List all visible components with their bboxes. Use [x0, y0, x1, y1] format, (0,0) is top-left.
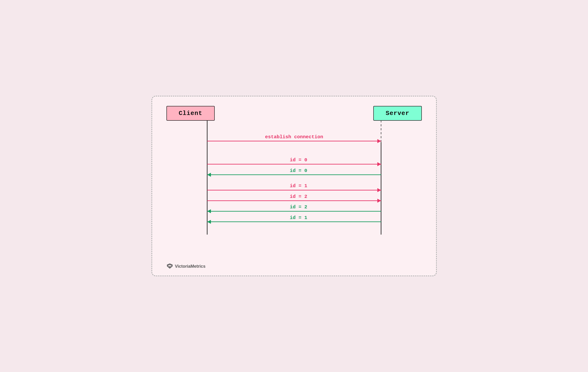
- header-row: Client Server: [167, 106, 422, 121]
- client-box: Client: [167, 106, 215, 121]
- svg-marker-7: [377, 162, 381, 166]
- logo-area: VictoriaMetrics: [167, 262, 206, 270]
- victoria-metrics-icon: [167, 262, 173, 270]
- svg-text:id = 1: id = 1: [290, 183, 307, 189]
- svg-marker-22: [207, 220, 211, 224]
- svg-text:establish connection: establish connection: [265, 134, 323, 140]
- svg-text:id = 1: id = 1: [290, 215, 307, 221]
- svg-marker-4: [377, 139, 381, 143]
- svg-marker-13: [377, 188, 381, 192]
- svg-text:id = 0: id = 0: [290, 168, 307, 173]
- diagram-container: Client Server establish connection: [151, 96, 437, 276]
- sequence-diagram: establish connection id = 0 id = 0 id = …: [167, 120, 422, 257]
- svg-marker-16: [377, 199, 381, 203]
- svg-marker-19: [207, 209, 211, 213]
- svg-marker-10: [207, 173, 211, 177]
- svg-text:id = 2: id = 2: [290, 204, 307, 210]
- svg-text:id = 2: id = 2: [290, 194, 307, 199]
- logo-text: VictoriaMetrics: [175, 264, 206, 269]
- svg-text:id = 0: id = 0: [290, 157, 307, 163]
- server-box: Server: [373, 106, 422, 121]
